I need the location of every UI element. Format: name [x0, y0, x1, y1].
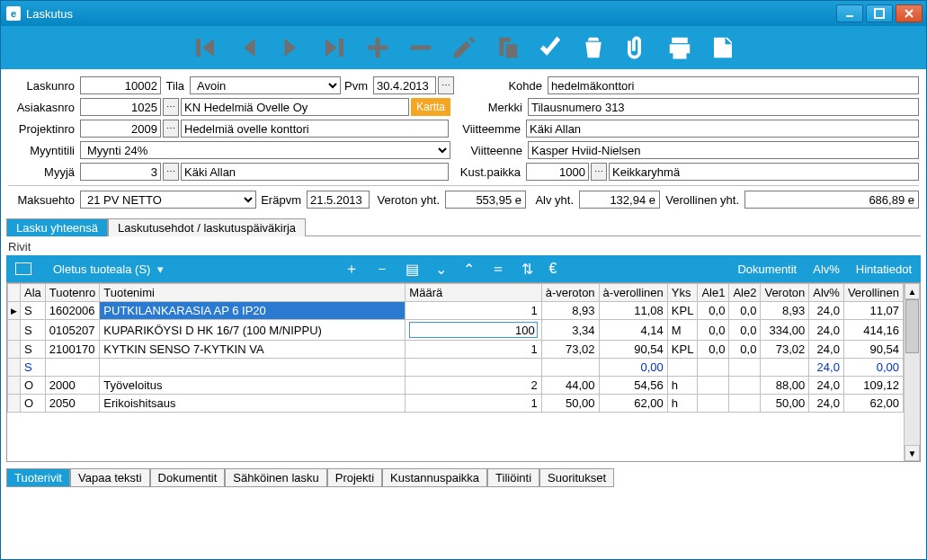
close-button[interactable]	[896, 4, 923, 22]
row-euro-button[interactable]: €	[549, 261, 557, 277]
print-button[interactable]	[666, 34, 693, 61]
viitteenne-input[interactable]	[528, 141, 919, 159]
myyja-lookup-button[interactable]: ⋯	[163, 163, 179, 181]
myyja-nro-input[interactable]	[80, 163, 161, 181]
col-averollinen[interactable]: à-verollinen	[599, 284, 667, 302]
table-row[interactable]: S1602006PUTKILANKARASIA AP 6 IP2018,9311…	[8, 302, 904, 320]
verotonyht-value: 553,95 e	[445, 191, 526, 209]
next-record-button[interactable]	[278, 34, 305, 61]
pvm-picker-button[interactable]: ⋯	[438, 76, 454, 94]
myyntitili-select[interactable]: Myynti 24%	[80, 141, 450, 159]
row-up-button[interactable]: ⌃	[463, 261, 475, 278]
projektinro-lookup-button[interactable]: ⋯	[163, 120, 179, 138]
grid-scrollbar[interactable]: ▲ ▼	[904, 283, 920, 461]
remove-button[interactable]	[407, 34, 434, 61]
copy-button[interactable]	[494, 34, 521, 61]
tab-lasku-yhteensa[interactable]: Lasku yhteensä	[6, 218, 108, 236]
rows-alv-link[interactable]: Alv%	[813, 262, 840, 276]
svg-rect-1	[875, 9, 884, 18]
tab-tuoterivit[interactable]: Tuoterivit	[6, 468, 70, 487]
col-maara[interactable]: Määrä	[406, 284, 541, 302]
projektinro-input[interactable]	[80, 120, 161, 138]
row-sort-button[interactable]: ⇅	[521, 261, 533, 278]
confirm-button[interactable]	[537, 34, 564, 61]
col-ale1[interactable]: Ale1	[698, 284, 729, 302]
first-record-button[interactable]	[192, 34, 218, 61]
scroll-down-button[interactable]: ▼	[905, 445, 920, 461]
tab-sahkoinen-lasku[interactable]: Sähköinen lasku	[225, 468, 326, 487]
pvm-input[interactable]	[373, 76, 436, 94]
add-button[interactable]	[364, 34, 391, 61]
table-row[interactable]: S2100170KYTKIN SENSO 7-KYTKIN VA173,0290…	[8, 341, 904, 359]
row-list-icon[interactable]: ▤	[406, 261, 419, 278]
tab-tiliointi[interactable]: Tiliöinti	[487, 468, 539, 487]
tab-suoritukset[interactable]: Suoritukset	[539, 468, 614, 487]
asiakas-name-input[interactable]	[181, 98, 409, 116]
rows-dokumentit-link[interactable]: Dokumentit	[737, 262, 797, 276]
window-title: Laskutus	[26, 7, 836, 21]
kustpaikka-lookup-button[interactable]: ⋯	[591, 163, 607, 181]
last-record-button[interactable]	[321, 34, 348, 61]
col-ala[interactable]: Ala	[21, 284, 46, 302]
kustpaikka-name-input[interactable]	[609, 163, 919, 181]
kohde-label: Kohde	[456, 79, 546, 93]
asiakasnro-lookup-button[interactable]: ⋯	[163, 98, 179, 116]
maara-edit-input[interactable]	[409, 322, 537, 338]
col-ale2[interactable]: Ale2	[729, 284, 761, 302]
minimize-button[interactable]	[836, 4, 863, 22]
maksuehto-select[interactable]: 21 PV NETTO	[80, 191, 256, 209]
tila-label: Tila	[163, 79, 188, 93]
row-down-button[interactable]: ⌄	[435, 261, 447, 278]
projekti-name-input[interactable]	[181, 120, 449, 138]
col-alv[interactable]: Alv%	[809, 284, 844, 302]
tab-dokumentit[interactable]: Dokumentit	[150, 468, 226, 487]
table-row[interactable]: O2000Työveloitus244,0054,56h88,0024,0109…	[8, 377, 904, 395]
col-verollinen[interactable]: Verollinen	[843, 284, 903, 302]
kohde-input[interactable]	[548, 76, 919, 94]
row-add-button[interactable]: ＋	[344, 260, 359, 279]
erapvm-input[interactable]	[307, 191, 370, 209]
table-row[interactable]: S0,0024,00,00	[8, 359, 904, 377]
row-equals-button[interactable]: ＝	[491, 260, 505, 279]
trash-button[interactable]	[580, 34, 607, 61]
col-veroton[interactable]: Veroton	[761, 284, 809, 302]
table-row[interactable]: O2050Erikoishitsaus150,0062,00h50,0024,0…	[8, 395, 904, 413]
prev-record-button[interactable]	[235, 34, 262, 61]
kustpaikka-nro-input[interactable]	[526, 163, 589, 181]
rows-grid[interactable]: Ala Tuotenro Tuotenimi Määrä à-veroton à…	[7, 283, 904, 461]
verollinenyht-value: 686,89 e	[744, 191, 919, 209]
merkki-input[interactable]	[528, 98, 919, 116]
table-row[interactable]: S0105207KUPARIKÖYSI D HK 16/7 (100 M/NIP…	[8, 320, 904, 341]
scroll-thumb[interactable]	[905, 299, 919, 353]
grid-header-row: Ala Tuotenro Tuotenimi Määrä à-veroton à…	[8, 284, 904, 302]
oletus-tuoteala-dropdown[interactable]: Oletus tuoteala (S) ▾	[53, 262, 164, 276]
rows-window-icon[interactable]	[15, 262, 31, 275]
tab-vapaa-teksti[interactable]: Vapaa teksti	[70, 468, 150, 487]
asiakasnro-input[interactable]	[80, 98, 161, 116]
kartta-button[interactable]: Kartta	[411, 98, 450, 116]
tila-select[interactable]: Avoin	[190, 76, 341, 94]
col-yks[interactable]: Yks	[667, 284, 698, 302]
laskunro-input[interactable]	[80, 76, 161, 94]
alvyht-value: 132,94 e	[579, 191, 660, 209]
tab-projekti[interactable]: Projekti	[327, 468, 382, 487]
export-button[interactable]	[709, 34, 736, 61]
col-averoton[interactable]: à-veroton	[541, 284, 599, 302]
maksuehto-label: Maksuehto	[8, 193, 78, 207]
edit-button[interactable]	[450, 34, 477, 61]
tab-laskutusehdot[interactable]: Laskutusehdot / laskutuspäiväkirja	[108, 218, 306, 236]
erapvm-label: Eräpvm	[258, 193, 305, 207]
attach-button[interactable]	[623, 34, 650, 61]
bottom-tabs: Tuoterivit Vapaa teksti Dokumentit Sähkö…	[6, 467, 921, 486]
tab-kustannuspaikka[interactable]: Kustannuspaikka	[382, 468, 487, 487]
viitteemme-input[interactable]	[526, 120, 919, 138]
col-tuotenimi[interactable]: Tuotenimi	[100, 284, 406, 302]
rows-hintatiedot-link[interactable]: Hintatiedot	[856, 262, 912, 276]
alvyht-label: Alv yht.	[528, 193, 577, 207]
myyja-name-input[interactable]	[181, 163, 449, 181]
col-tuotenro[interactable]: Tuotenro	[45, 284, 100, 302]
maximize-button[interactable]	[866, 4, 893, 22]
asiakasnro-label: Asiakasnro	[8, 101, 78, 114]
row-remove-button[interactable]: －	[375, 260, 389, 279]
scroll-up-button[interactable]: ▲	[905, 283, 920, 299]
